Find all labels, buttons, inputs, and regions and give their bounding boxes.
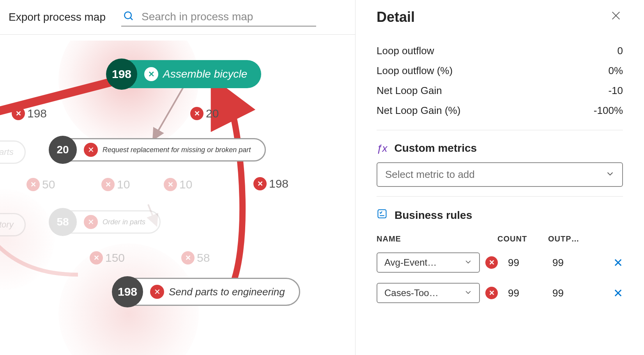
close-circle-icon: ✕ <box>181 251 195 264</box>
search-input[interactable] <box>142 11 315 23</box>
node-assemble-bicycle[interactable]: 198 ✕ Assemble bicycle <box>108 60 261 88</box>
export-link[interactable]: Export process map <box>9 11 106 23</box>
rule-output: 99 <box>548 287 599 299</box>
rule-count: 99 <box>498 287 548 299</box>
close-circle-icon: ✕ <box>84 215 98 229</box>
svg-line-1 <box>130 18 133 20</box>
rule-output: 99 <box>548 257 599 269</box>
node-fragment[interactable]: arts <box>0 140 26 164</box>
edge-label: ✕20 <box>190 107 219 120</box>
close-button[interactable] <box>609 9 623 25</box>
error-icon: ✕ <box>485 256 498 269</box>
process-map-canvas[interactable]: 198 ✕ Assemble bicycle 20 ✕ Request repl… <box>0 41 355 355</box>
node-label: Send parts to engineering <box>169 286 285 298</box>
edge-label: ✕50 <box>27 178 55 191</box>
edge-label: ✕150 <box>90 251 125 264</box>
close-circle-icon: ✕ <box>101 178 115 191</box>
fx-icon: ƒx <box>377 142 387 154</box>
rule-dropdown[interactable]: Avg-Event… <box>377 252 480 273</box>
node-count: 58 <box>49 208 77 236</box>
metric-row: Net Loop Gain (%)-100% <box>377 101 623 121</box>
table-header: NAME COUNT OUTP… <box>377 234 623 243</box>
delete-button[interactable]: ✕ <box>613 286 623 300</box>
rule-row: Avg-Event… ✕ 99 99 ✕ <box>377 250 623 275</box>
edge-label: ✕198 <box>253 177 288 190</box>
close-circle-icon: ✕ <box>90 251 103 264</box>
close-circle-icon: ✕ <box>12 107 25 120</box>
node-count: 198 <box>106 59 137 90</box>
rules-icon <box>377 208 387 222</box>
close-circle-icon: ✕ <box>164 178 177 191</box>
close-circle-icon: ✕ <box>27 178 40 191</box>
edge-label: ✕58 <box>181 251 210 264</box>
close-circle-icon: ✕ <box>253 177 267 190</box>
svg-rect-4 <box>378 210 386 218</box>
rule-row: Cases-Too… ✕ 99 99 ✕ <box>377 280 623 306</box>
node-fragment[interactable]: tory <box>0 213 26 236</box>
section-title: Custom metrics <box>394 142 477 154</box>
node-label: Request replacement for missing or broke… <box>103 146 251 154</box>
delete-button[interactable]: ✕ <box>613 256 623 270</box>
search-wrap <box>121 8 316 27</box>
edge-label: ✕10 <box>164 178 192 191</box>
metric-row: Loop outflow0 <box>377 41 623 61</box>
rule-count: 99 <box>498 257 548 269</box>
close-circle-icon: ✕ <box>84 143 98 157</box>
chevron-down-icon <box>606 169 614 181</box>
node-label: Assemble bicycle <box>163 68 247 80</box>
rule-dropdown[interactable]: Cases-Too… <box>377 283 480 303</box>
section-title: Business rules <box>395 209 472 222</box>
panel-title: Detail <box>377 9 415 25</box>
edge-label: ✕10 <box>101 178 130 191</box>
edge-label: ✕198 <box>12 107 47 120</box>
node-request-replacement[interactable]: 20 ✕ Request replacement for missing or … <box>50 138 266 162</box>
close-circle-icon: ✕ <box>190 107 203 120</box>
chevron-down-icon <box>464 288 472 298</box>
node-order-parts[interactable]: 58 ✕ Order in parts <box>50 210 161 234</box>
node-label: Order in parts <box>103 218 145 226</box>
node-send-parts[interactable]: 198 ✕ Send parts to engineering <box>113 278 300 306</box>
error-icon: ✕ <box>485 287 498 299</box>
metric-row: Loop outflow (%)0% <box>377 61 623 81</box>
node-count: 198 <box>112 276 143 307</box>
close-circle-icon: ✕ <box>150 285 164 299</box>
detail-panel: Detail Loop outflow0 Loop outflow (%)0% … <box>356 0 644 355</box>
close-circle-icon: ✕ <box>144 67 158 81</box>
svg-point-0 <box>124 12 131 19</box>
custom-metric-dropdown[interactable]: Select metric to add <box>377 162 623 187</box>
chevron-down-icon <box>464 257 472 268</box>
node-count: 20 <box>49 136 77 164</box>
search-icon <box>123 10 134 23</box>
metric-row: Net Loop Gain-10 <box>377 81 623 101</box>
